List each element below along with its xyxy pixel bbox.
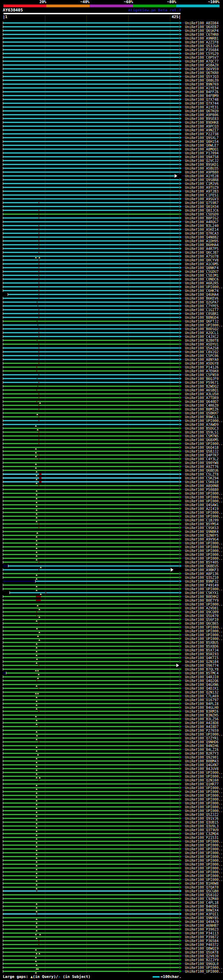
alignment-bar[interactable] <box>3 860 179 861</box>
alignment-bar[interactable] <box>3 34 179 35</box>
hit-label[interactable]: UniRef100_A8MQQ1 <box>185 147 218 151</box>
alignment-bar[interactable] <box>3 424 179 425</box>
hit-label[interactable]: UniRef100_P36584 <box>185 939 218 943</box>
hit-label[interactable]: UniRef100_B8MIZ6 <box>185 407 218 411</box>
alignment-bar[interactable] <box>3 431 179 433</box>
hit-label[interactable]: UniRef100_Q59LS1 <box>185 430 218 434</box>
hit-label[interactable]: UniRef100_B9SKD1 <box>185 163 218 167</box>
hit-label[interactable]: UniRef100_Q5CGB0 <box>185 889 218 893</box>
hit-label[interactable]: UniRef100_C4PL18 <box>185 901 218 905</box>
alignment-bar[interactable] <box>3 756 179 758</box>
alignment-bar[interactable] <box>3 485 179 486</box>
hit-label[interactable]: UniRef100_C5M7N5 <box>185 434 218 438</box>
hit-label[interactable]: UniRef100_C7YPE5 <box>185 304 218 308</box>
alignment-bar[interactable] <box>3 562 179 563</box>
alignment-bar[interactable] <box>3 145 179 146</box>
hit-label[interactable]: UniRef100_B4FBM9 <box>185 94 218 98</box>
alignment-bar[interactable] <box>3 795 179 796</box>
alignment-bar[interactable] <box>3 202 179 204</box>
hit-label[interactable]: UniRef100_Q3SZ10 <box>185 576 218 579</box>
hit-label[interactable]: UniRef100_Q4GXN7 <box>185 763 218 767</box>
hit-label[interactable]: UniRef100_UPI000.. <box>185 840 223 843</box>
hit-label[interactable]: UniRef100_B9DHK8 <box>185 121 218 124</box>
hit-label[interactable]: UniRef100_UPI000.. <box>185 851 223 855</box>
hit-label[interactable]: UniRef100_A5KE14 <box>185 228 218 232</box>
hit-label[interactable]: UniRef100_A9BKF3 <box>185 568 218 572</box>
hit-label[interactable]: UniRef100_C5GDU7 <box>185 270 218 274</box>
hit-label[interactable]: UniRef100_B0E7Y9 <box>185 599 218 603</box>
hit-label[interactable]: UniRef100_C7LA69 <box>185 694 218 698</box>
hit-label[interactable]: UniRef100_A3LU50 <box>185 392 218 396</box>
alignment-bar[interactable] <box>3 126 179 127</box>
alignment-bar[interactable] <box>3 837 179 838</box>
hit-label[interactable]: UniRef100_P49149 <box>185 583 218 587</box>
alignment-bar[interactable] <box>3 474 179 475</box>
alignment-bar[interactable] <box>3 129 179 131</box>
alignment-bar[interactable] <box>3 542 179 544</box>
hit-label[interactable]: UniRef100_B2ZJY9 <box>185 958 218 962</box>
alignment-bar[interactable] <box>8 294 179 295</box>
alignment-bar[interactable] <box>3 615 179 616</box>
hit-label[interactable]: UniRef100_B0BM43 <box>185 759 218 763</box>
hit-label[interactable]: UniRef100_UPI000.. <box>185 874 223 878</box>
hit-label[interactable]: UniRef100_Q2V0J0 <box>185 954 218 958</box>
hit-label[interactable]: UniRef100_Q0WLE7 <box>185 143 218 147</box>
hit-label[interactable]: UniRef100_UPI000.. <box>185 625 223 629</box>
alignment-bar[interactable] <box>3 26 179 27</box>
hit-label[interactable]: UniRef100_Q7RCA3 <box>185 232 218 235</box>
hit-label[interactable]: UniRef100_Q759R7 <box>185 201 218 205</box>
hit-label[interactable]: UniRef100_UPI000.. <box>185 587 223 591</box>
alignment-bar[interactable] <box>3 428 179 429</box>
alignment-bar[interactable] <box>3 30 179 31</box>
hit-label[interactable]: UniRef100_A9ZT76 <box>185 465 218 469</box>
alignment-bar[interactable] <box>3 596 179 597</box>
alignment-bar[interactable] <box>3 344 179 345</box>
alignment-bar[interactable] <box>3 420 179 422</box>
alignment-bar[interactable] <box>3 148 179 150</box>
hit-label[interactable]: UniRef100_C5DJM1 <box>185 274 218 277</box>
hit-label[interactable]: UniRef100_Q5BKH7 <box>185 411 218 415</box>
alignment-bar[interactable] <box>3 435 179 437</box>
hit-label[interactable]: UniRef100_UPI000.. <box>185 511 223 514</box>
alignment-bar[interactable] <box>3 397 179 398</box>
alignment-bar[interactable] <box>3 355 179 356</box>
alignment-bar[interactable] <box>3 519 179 521</box>
alignment-bar[interactable] <box>3 72 179 73</box>
alignment-bar[interactable] <box>3 443 179 444</box>
alignment-bar[interactable] <box>3 152 179 154</box>
hit-label[interactable]: UniRef100_C1GIT7 <box>185 308 218 312</box>
hit-label[interactable]: UniRef100_UPI000.. <box>185 786 223 790</box>
alignment-bar[interactable] <box>3 393 179 395</box>
alignment-bar[interactable] <box>3 948 179 949</box>
hit-label[interactable]: UniRef100_UPI000.. <box>185 285 223 289</box>
hit-label[interactable]: UniRef100_Q3U9L3 <box>185 824 218 828</box>
hit-label[interactable]: UniRef100_UPI000.. <box>185 809 223 813</box>
alignment-bar[interactable] <box>3 172 179 173</box>
alignment-bar[interactable] <box>3 921 179 922</box>
hit-label[interactable]: UniRef100_Q7ZYR1 <box>185 736 218 740</box>
hit-label[interactable]: UniRef100_B5XBU5 <box>185 641 218 644</box>
hit-label[interactable]: UniRef100_A6R2R5 <box>185 281 218 285</box>
hit-label[interactable]: UniRef100_O96774 <box>185 663 218 667</box>
hit-label[interactable]: UniRef100_B4KD01 <box>185 905 218 908</box>
alignment-bar[interactable] <box>3 447 179 448</box>
hit-label[interactable]: UniRef100_A6NHB7 <box>185 924 218 928</box>
hit-label[interactable]: UniRef100_UPI000.. <box>185 629 223 633</box>
hit-label[interactable]: UniRef100_Q5U470 <box>185 614 218 618</box>
hit-label[interactable]: UniRef100_Q6BEU5 <box>185 564 218 568</box>
alignment-bar[interactable] <box>3 676 179 678</box>
hit-label[interactable]: UniRef100_A2ZIF8 <box>185 40 218 44</box>
hit-label[interactable]: UniRef100_Q6TKQ9 <box>185 109 218 113</box>
hit-label[interactable]: UniRef100_C5K610 <box>185 480 218 484</box>
hit-label[interactable]: UniRef100_C5KYX1 <box>185 591 218 595</box>
alignment-bar[interactable] <box>3 122 179 123</box>
hit-label[interactable]: UniRef100_Q5BJJ2 <box>185 450 218 453</box>
alignment-bar[interactable] <box>3 370 179 372</box>
hit-label[interactable]: UniRef100_Q8H154 <box>185 140 218 143</box>
alignment-bar[interactable] <box>3 76 179 77</box>
alignment-bar[interactable] <box>3 630 179 632</box>
hit-label[interactable]: UniRef100_Q6V959 <box>185 67 218 71</box>
hit-label[interactable]: UniRef100_UPI000.. <box>185 549 223 553</box>
alignment-bar[interactable] <box>3 500 179 502</box>
hit-label[interactable]: UniRef100_Q9SBR8 <box>185 178 218 182</box>
